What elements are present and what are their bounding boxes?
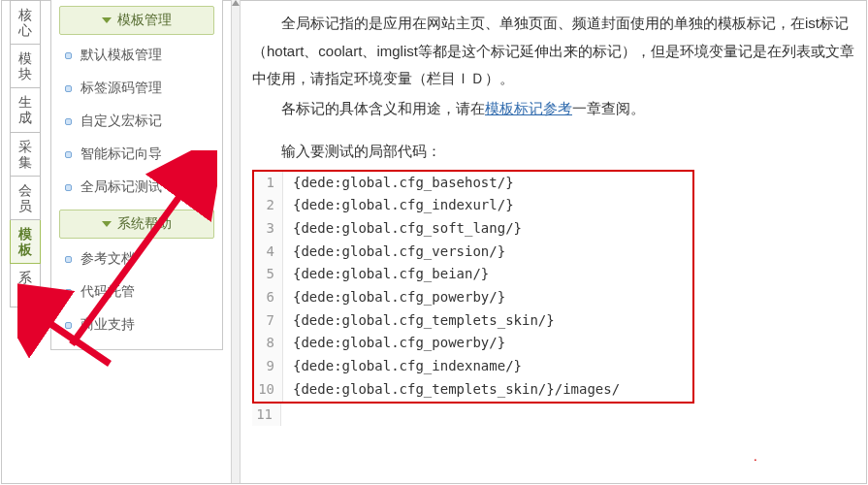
group-header-0[interactable]: 模板管理: [59, 6, 214, 35]
para2-prefix: 各标记的具体含义和用途，请在: [281, 100, 485, 116]
code-row: 5{dede:global.cfg_beian/}: [254, 263, 692, 286]
code-input-label: 输入要测试的局部代码：: [252, 138, 864, 166]
sidebar-item-label: 自定义宏标记: [80, 113, 162, 128]
bullet-icon: [65, 151, 72, 158]
sidebar-item-label: 代码托管: [80, 283, 135, 299]
sidebar-item-0-4[interactable]: 全局标记测试: [51, 171, 222, 204]
splitter-grip-icon: [232, 0, 240, 6]
group-title: 系统帮助: [117, 215, 172, 231]
code-text: [281, 404, 291, 427]
template-reference-link[interactable]: 模板标记参考: [485, 100, 572, 116]
code-text: {dede:global.cfg_indexurl/}: [283, 194, 514, 217]
code-text: {dede:global.cfg_basehost/}: [283, 172, 514, 195]
code-text: {dede:global.cfg_beian/}: [283, 263, 489, 286]
line-number: 6: [254, 286, 283, 309]
line-number: 3: [254, 217, 283, 241]
line-number: 9: [254, 355, 283, 378]
text-caret: .: [754, 442, 757, 470]
code-row: 9{dede:global.cfg_indexname/}: [254, 355, 692, 378]
intro-paragraph-2: 各标记的具体含义和用途，请在模板标记参考一章查阅。: [252, 95, 864, 123]
sidebar-item-1-0[interactable]: 参考文档: [51, 242, 222, 275]
line-number: 4: [254, 241, 283, 264]
chevron-down-icon: [102, 17, 112, 23]
sidebar-item-label: 智能标记向导: [80, 146, 162, 161]
main-content: 全局标记指的是应用在网站主页、单独页面、频道封面使用的单独的模板标记，在ist标…: [252, 10, 864, 481]
code-text: {dede:global.cfg_templets_skin/}: [283, 309, 555, 333]
group-header-1[interactable]: 系统帮助: [59, 210, 214, 239]
line-number: 10: [254, 378, 283, 402]
tab-0[interactable]: 核 心: [10, 0, 41, 45]
code-text: {dede:global.cfg_powerby/}: [283, 286, 505, 309]
line-number: 5: [254, 263, 283, 286]
code-row: 6{dede:global.cfg_powerby/}: [254, 286, 692, 309]
code-row: 1{dede:global.cfg_basehost/}: [254, 172, 692, 195]
sidebar-item-label: 全局标记测试: [80, 178, 162, 194]
sidebar: 模板管理默认模板管理标签源码管理自定义宏标记智能标记向导全局标记测试系统帮助参考…: [50, 0, 223, 350]
sidebar-item-label: 商业支持: [80, 316, 135, 332]
chevron-down-icon: [102, 221, 112, 227]
tab-2[interactable]: 生 成: [10, 88, 41, 132]
sidebar-item-0-2[interactable]: 自定义宏标记: [51, 105, 222, 138]
sidebar-item-0-3[interactable]: 智能标记向导: [51, 138, 222, 171]
sidebar-item-1-2[interactable]: 商业支持: [51, 308, 222, 341]
code-extra-row: 11: [252, 404, 864, 427]
code-text: {dede:global.cfg_soft_lang/}: [283, 217, 522, 241]
tab-5[interactable]: 模 板: [10, 220, 41, 264]
code-row: 2{dede:global.cfg_indexurl/}: [254, 194, 692, 217]
sidebar-item-label: 标签源码管理: [80, 80, 162, 95]
code-row: 3{dede:global.cfg_soft_lang/}: [254, 217, 692, 241]
bullet-icon: [65, 289, 72, 296]
bullet-icon: [65, 52, 72, 59]
tab-6[interactable]: 系 统: [10, 264, 41, 307]
code-text: {dede:global.cfg_templets_skin/}/images/: [283, 378, 620, 402]
line-number: 7: [254, 309, 283, 333]
tab-1[interactable]: 模 块: [10, 45, 41, 88]
bullet-icon: [65, 184, 72, 191]
intro-paragraph-1: 全局标记指的是应用在网站主页、单独页面、频道封面使用的单独的模板标记，在ist标…: [252, 10, 864, 93]
code-text: {dede:global.cfg_version/}: [283, 241, 505, 264]
code-text: {dede:global.cfg_indexname/}: [283, 355, 522, 378]
line-number: 8: [254, 332, 283, 355]
code-row: 4{dede:global.cfg_version/}: [254, 241, 692, 264]
left-tab-strip: 核 心模 块生 成采 集会 员模 板系 统: [10, 0, 41, 307]
sidebar-item-1-1[interactable]: 代码托管: [51, 275, 222, 308]
code-row: 7{dede:global.cfg_templets_skin/}: [254, 309, 692, 333]
sidebar-item-0-1[interactable]: 标签源码管理: [51, 72, 222, 105]
line-number: 2: [254, 194, 283, 217]
code-row: 8{dede:global.cfg_powerby/}: [254, 332, 692, 355]
code-row: 10{dede:global.cfg_templets_skin/}/image…: [254, 378, 692, 402]
tab-4[interactable]: 会 员: [10, 177, 41, 220]
splitter[interactable]: [231, 0, 241, 483]
bullet-icon: [65, 85, 72, 92]
code-text: {dede:global.cfg_powerby/}: [283, 332, 505, 355]
group-title: 模板管理: [117, 12, 172, 27]
bullet-icon: [65, 118, 72, 125]
line-number: 1: [254, 172, 283, 195]
para2-suffix: 一章查阅。: [572, 100, 645, 116]
sidebar-item-0-0[interactable]: 默认模板管理: [51, 39, 222, 72]
sidebar-item-label: 默认模板管理: [80, 47, 162, 62]
tab-3[interactable]: 采 集: [10, 133, 41, 177]
line-number: 11: [252, 404, 281, 427]
bullet-icon: [65, 322, 72, 329]
bullet-icon: [65, 256, 72, 263]
sidebar-item-label: 参考文档: [80, 250, 135, 266]
code-input-area[interactable]: 1{dede:global.cfg_basehost/}2{dede:globa…: [252, 170, 694, 404]
